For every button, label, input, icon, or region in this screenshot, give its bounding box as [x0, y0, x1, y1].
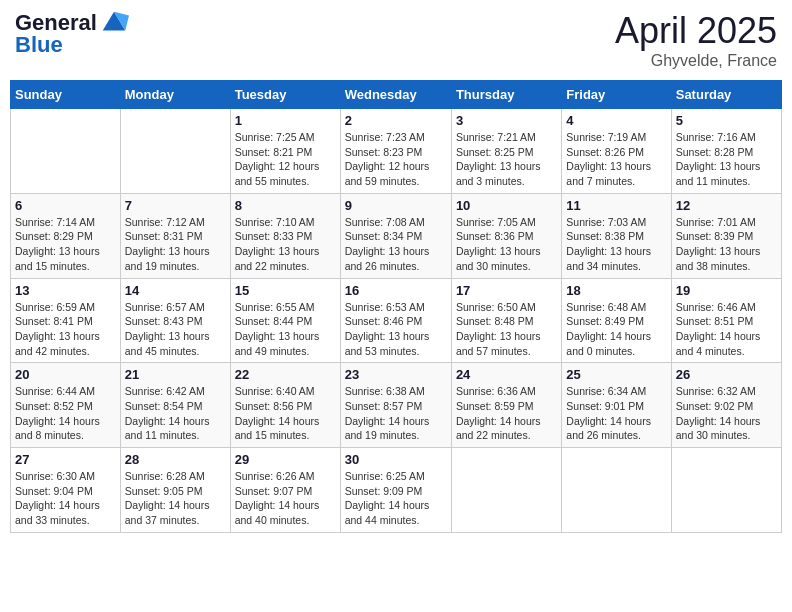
calendar-cell: 11Sunrise: 7:03 AMSunset: 8:38 PMDayligh…	[562, 193, 671, 278]
calendar-cell	[11, 109, 121, 194]
day-info: Sunrise: 6:30 AMSunset: 9:04 PMDaylight:…	[15, 469, 116, 528]
day-info: Sunrise: 7:12 AMSunset: 8:31 PMDaylight:…	[125, 215, 226, 274]
day-number: 2	[345, 113, 447, 128]
calendar-cell: 7Sunrise: 7:12 AMSunset: 8:31 PMDaylight…	[120, 193, 230, 278]
day-number: 22	[235, 367, 336, 382]
day-info: Sunrise: 6:25 AMSunset: 9:09 PMDaylight:…	[345, 469, 447, 528]
day-info: Sunrise: 6:40 AMSunset: 8:56 PMDaylight:…	[235, 384, 336, 443]
day-info: Sunrise: 6:55 AMSunset: 8:44 PMDaylight:…	[235, 300, 336, 359]
day-number: 8	[235, 198, 336, 213]
calendar-cell: 23Sunrise: 6:38 AMSunset: 8:57 PMDayligh…	[340, 363, 451, 448]
day-number: 15	[235, 283, 336, 298]
calendar-cell	[120, 109, 230, 194]
calendar-cell: 4Sunrise: 7:19 AMSunset: 8:26 PMDaylight…	[562, 109, 671, 194]
column-header-friday: Friday	[562, 81, 671, 109]
day-info: Sunrise: 7:01 AMSunset: 8:39 PMDaylight:…	[676, 215, 777, 274]
calendar-cell	[451, 448, 561, 533]
calendar-cell: 10Sunrise: 7:05 AMSunset: 8:36 PMDayligh…	[451, 193, 561, 278]
day-info: Sunrise: 6:38 AMSunset: 8:57 PMDaylight:…	[345, 384, 447, 443]
day-info: Sunrise: 6:44 AMSunset: 8:52 PMDaylight:…	[15, 384, 116, 443]
day-info: Sunrise: 7:08 AMSunset: 8:34 PMDaylight:…	[345, 215, 447, 274]
column-header-wednesday: Wednesday	[340, 81, 451, 109]
day-number: 5	[676, 113, 777, 128]
day-number: 7	[125, 198, 226, 213]
logo-text: General	[15, 12, 97, 34]
calendar-cell: 14Sunrise: 6:57 AMSunset: 8:43 PMDayligh…	[120, 278, 230, 363]
calendar-week-2: 6Sunrise: 7:14 AMSunset: 8:29 PMDaylight…	[11, 193, 782, 278]
calendar-cell: 15Sunrise: 6:55 AMSunset: 8:44 PMDayligh…	[230, 278, 340, 363]
calendar-table: SundayMondayTuesdayWednesdayThursdayFrid…	[10, 80, 782, 533]
calendar-cell: 27Sunrise: 6:30 AMSunset: 9:04 PMDayligh…	[11, 448, 121, 533]
day-number: 11	[566, 198, 666, 213]
calendar-cell: 17Sunrise: 6:50 AMSunset: 8:48 PMDayligh…	[451, 278, 561, 363]
day-number: 12	[676, 198, 777, 213]
month-title: April 2025	[615, 10, 777, 52]
day-number: 29	[235, 452, 336, 467]
day-info: Sunrise: 7:25 AMSunset: 8:21 PMDaylight:…	[235, 130, 336, 189]
day-number: 16	[345, 283, 447, 298]
day-number: 20	[15, 367, 116, 382]
day-number: 25	[566, 367, 666, 382]
day-number: 9	[345, 198, 447, 213]
day-info: Sunrise: 7:10 AMSunset: 8:33 PMDaylight:…	[235, 215, 336, 274]
day-info: Sunrise: 6:57 AMSunset: 8:43 PMDaylight:…	[125, 300, 226, 359]
calendar-cell: 30Sunrise: 6:25 AMSunset: 9:09 PMDayligh…	[340, 448, 451, 533]
day-info: Sunrise: 6:34 AMSunset: 9:01 PMDaylight:…	[566, 384, 666, 443]
calendar-week-4: 20Sunrise: 6:44 AMSunset: 8:52 PMDayligh…	[11, 363, 782, 448]
day-info: Sunrise: 6:32 AMSunset: 9:02 PMDaylight:…	[676, 384, 777, 443]
calendar-cell: 19Sunrise: 6:46 AMSunset: 8:51 PMDayligh…	[671, 278, 781, 363]
calendar-cell: 22Sunrise: 6:40 AMSunset: 8:56 PMDayligh…	[230, 363, 340, 448]
day-info: Sunrise: 7:05 AMSunset: 8:36 PMDaylight:…	[456, 215, 557, 274]
calendar-cell: 1Sunrise: 7:25 AMSunset: 8:21 PMDaylight…	[230, 109, 340, 194]
day-info: Sunrise: 6:59 AMSunset: 8:41 PMDaylight:…	[15, 300, 116, 359]
logo-blue: Blue	[15, 32, 63, 58]
day-info: Sunrise: 6:26 AMSunset: 9:07 PMDaylight:…	[235, 469, 336, 528]
location-title: Ghyvelde, France	[615, 52, 777, 70]
title-block: April 2025 Ghyvelde, France	[615, 10, 777, 70]
calendar-cell: 3Sunrise: 7:21 AMSunset: 8:25 PMDaylight…	[451, 109, 561, 194]
day-number: 30	[345, 452, 447, 467]
calendar-cell: 29Sunrise: 6:26 AMSunset: 9:07 PMDayligh…	[230, 448, 340, 533]
day-info: Sunrise: 7:21 AMSunset: 8:25 PMDaylight:…	[456, 130, 557, 189]
calendar-cell: 13Sunrise: 6:59 AMSunset: 8:41 PMDayligh…	[11, 278, 121, 363]
day-info: Sunrise: 7:16 AMSunset: 8:28 PMDaylight:…	[676, 130, 777, 189]
day-number: 27	[15, 452, 116, 467]
day-number: 4	[566, 113, 666, 128]
day-number: 14	[125, 283, 226, 298]
calendar-cell: 28Sunrise: 6:28 AMSunset: 9:05 PMDayligh…	[120, 448, 230, 533]
day-number: 6	[15, 198, 116, 213]
day-number: 18	[566, 283, 666, 298]
calendar-cell: 26Sunrise: 6:32 AMSunset: 9:02 PMDayligh…	[671, 363, 781, 448]
day-number: 1	[235, 113, 336, 128]
day-info: Sunrise: 7:14 AMSunset: 8:29 PMDaylight:…	[15, 215, 116, 274]
calendar-cell: 25Sunrise: 6:34 AMSunset: 9:01 PMDayligh…	[562, 363, 671, 448]
day-info: Sunrise: 6:53 AMSunset: 8:46 PMDaylight:…	[345, 300, 447, 359]
calendar-week-1: 1Sunrise: 7:25 AMSunset: 8:21 PMDaylight…	[11, 109, 782, 194]
calendar-header-row: SundayMondayTuesdayWednesdayThursdayFrid…	[11, 81, 782, 109]
column-header-thursday: Thursday	[451, 81, 561, 109]
day-info: Sunrise: 6:46 AMSunset: 8:51 PMDaylight:…	[676, 300, 777, 359]
day-number: 21	[125, 367, 226, 382]
calendar-week-3: 13Sunrise: 6:59 AMSunset: 8:41 PMDayligh…	[11, 278, 782, 363]
day-info: Sunrise: 6:48 AMSunset: 8:49 PMDaylight:…	[566, 300, 666, 359]
calendar-cell: 9Sunrise: 7:08 AMSunset: 8:34 PMDaylight…	[340, 193, 451, 278]
day-info: Sunrise: 6:42 AMSunset: 8:54 PMDaylight:…	[125, 384, 226, 443]
day-info: Sunrise: 7:23 AMSunset: 8:23 PMDaylight:…	[345, 130, 447, 189]
column-header-saturday: Saturday	[671, 81, 781, 109]
calendar-cell: 20Sunrise: 6:44 AMSunset: 8:52 PMDayligh…	[11, 363, 121, 448]
day-number: 28	[125, 452, 226, 467]
calendar-week-5: 27Sunrise: 6:30 AMSunset: 9:04 PMDayligh…	[11, 448, 782, 533]
calendar-cell	[562, 448, 671, 533]
calendar-cell: 12Sunrise: 7:01 AMSunset: 8:39 PMDayligh…	[671, 193, 781, 278]
calendar-cell: 18Sunrise: 6:48 AMSunset: 8:49 PMDayligh…	[562, 278, 671, 363]
calendar-cell: 8Sunrise: 7:10 AMSunset: 8:33 PMDaylight…	[230, 193, 340, 278]
column-header-monday: Monday	[120, 81, 230, 109]
day-number: 23	[345, 367, 447, 382]
day-number: 19	[676, 283, 777, 298]
day-number: 3	[456, 113, 557, 128]
calendar-cell: 5Sunrise: 7:16 AMSunset: 8:28 PMDaylight…	[671, 109, 781, 194]
day-info: Sunrise: 6:36 AMSunset: 8:59 PMDaylight:…	[456, 384, 557, 443]
day-number: 24	[456, 367, 557, 382]
day-info: Sunrise: 7:03 AMSunset: 8:38 PMDaylight:…	[566, 215, 666, 274]
day-number: 10	[456, 198, 557, 213]
